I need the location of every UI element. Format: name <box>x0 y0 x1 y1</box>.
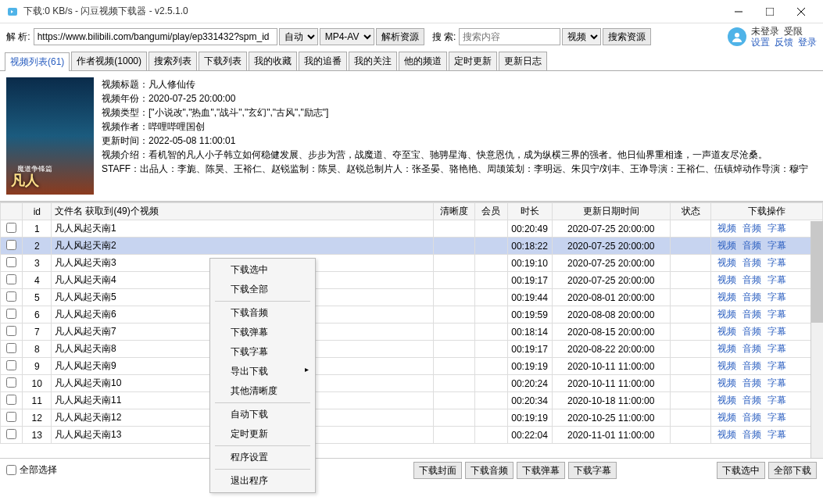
op-video-link[interactable]: 视频 <box>717 240 736 251</box>
minimize-button[interactable] <box>723 1 754 23</box>
op-subtitle-link[interactable]: 字幕 <box>768 412 786 423</box>
search-input[interactable] <box>459 28 560 45</box>
table-row[interactable]: 13凡人风起天南1300:22:042020-11-01 11:00:00视频音… <box>1 427 823 444</box>
menu-item[interactable]: 下载音频 <box>212 303 313 323</box>
download-all-button[interactable]: 全部下载 <box>768 462 817 479</box>
feedback-link[interactable]: 反馈 <box>775 37 793 48</box>
op-audio-link[interactable]: 音频 <box>742 360 761 371</box>
op-video-link[interactable]: 视频 <box>717 274 736 285</box>
menu-item[interactable]: 下载弹幕 <box>212 323 313 342</box>
tab[interactable]: 更新日志 <box>499 52 547 70</box>
row-checkbox[interactable] <box>6 257 16 267</box>
op-video-link[interactable]: 视频 <box>717 360 736 371</box>
menu-item[interactable]: 退出程序 <box>212 471 313 491</box>
download-subtitle-button[interactable]: 下载字幕 <box>568 462 617 479</box>
download-audio-button[interactable]: 下载音频 <box>465 462 513 479</box>
mode-select[interactable]: 自动 <box>279 28 318 45</box>
op-audio-link[interactable]: 音频 <box>742 309 761 320</box>
op-subtitle-link[interactable]: 字幕 <box>768 395 786 406</box>
op-subtitle-link[interactable]: 字幕 <box>768 309 786 320</box>
op-video-link[interactable]: 视频 <box>717 257 736 268</box>
tab[interactable]: 我的关注 <box>349 52 397 70</box>
row-checkbox[interactable] <box>6 309 16 319</box>
download-danmu-button[interactable]: 下载弹幕 <box>517 462 565 479</box>
menu-item[interactable]: 定时更新 <box>212 424 313 444</box>
menu-item[interactable]: 下载全部 <box>212 280 313 299</box>
row-checkbox[interactable] <box>6 326 16 336</box>
op-video-link[interactable]: 视频 <box>717 291 736 302</box>
op-subtitle-link[interactable]: 字幕 <box>768 291 786 302</box>
op-video-link[interactable]: 视频 <box>717 377 736 388</box>
op-video-link[interactable]: 视频 <box>717 309 736 320</box>
op-audio-link[interactable]: 音频 <box>742 412 761 423</box>
op-audio-link[interactable]: 音频 <box>742 343 761 354</box>
tab[interactable]: 我的追番 <box>299 52 347 70</box>
op-subtitle-link[interactable]: 字幕 <box>768 360 786 371</box>
op-video-link[interactable]: 视频 <box>717 223 736 234</box>
search-type-select[interactable]: 视频 <box>562 28 601 45</box>
user-avatar-icon[interactable] <box>728 27 746 46</box>
op-audio-link[interactable]: 音频 <box>742 223 761 234</box>
row-checkbox[interactable] <box>6 343 16 353</box>
op-audio-link[interactable]: 音频 <box>742 274 761 285</box>
op-video-link[interactable]: 视频 <box>717 412 736 423</box>
download-cover-button[interactable]: 下载封面 <box>413 462 462 479</box>
close-button[interactable] <box>785 1 817 23</box>
row-checkbox[interactable] <box>6 429 16 439</box>
download-selected-button[interactable]: 下载选中 <box>717 462 765 479</box>
menu-item[interactable]: 其他清晰度 <box>212 381 313 401</box>
menu-item[interactable]: 下载选中 <box>212 260 313 280</box>
row-checkbox[interactable] <box>6 412 16 422</box>
table-row[interactable]: 10凡人风起天南1000:20:242020-10-11 11:00:00视频音… <box>1 375 823 392</box>
tab[interactable]: 下载列表 <box>199 52 247 70</box>
format-select[interactable]: MP4-AVC <box>320 28 374 45</box>
op-subtitle-link[interactable]: 字幕 <box>768 429 786 440</box>
op-subtitle-link[interactable]: 字幕 <box>768 257 786 268</box>
op-video-link[interactable]: 视频 <box>717 326 736 337</box>
op-video-link[interactable]: 视频 <box>717 429 736 440</box>
settings-link[interactable]: 设置 <box>751 37 770 48</box>
tab[interactable]: 搜索列表 <box>148 52 197 70</box>
table-row[interactable]: 5凡人风起天南500:19:442020-08-01 20:00:00视频音频字… <box>1 289 823 306</box>
tab[interactable]: 他的频道 <box>399 52 447 70</box>
table-row[interactable]: 7凡人风起天南700:18:142020-08-15 20:00:00视频音频字… <box>1 323 823 341</box>
op-audio-link[interactable]: 音频 <box>742 291 761 302</box>
tab[interactable]: 我的收藏 <box>249 52 297 70</box>
row-checkbox[interactable] <box>6 291 16 302</box>
row-checkbox[interactable] <box>6 395 16 405</box>
table-row[interactable]: 1凡人风起天南100:20:492020-07-25 20:00:00视频音频字… <box>1 220 823 238</box>
login-link[interactable]: 登录 <box>798 37 817 48</box>
op-audio-link[interactable]: 音频 <box>742 395 761 406</box>
row-checkbox[interactable] <box>6 377 16 388</box>
select-all-checkbox[interactable] <box>6 465 16 475</box>
op-subtitle-link[interactable]: 字幕 <box>768 343 786 354</box>
menu-item[interactable]: 自动下载 <box>212 405 313 424</box>
menu-item[interactable]: 程序设置 <box>212 448 313 467</box>
op-subtitle-link[interactable]: 字幕 <box>768 274 786 285</box>
row-checkbox[interactable] <box>6 223 16 233</box>
scrollbar-vertical[interactable] <box>810 221 823 458</box>
table-row[interactable]: 3凡人风起天南300:19:102020-07-25 20:00:00视频音频字… <box>1 255 823 272</box>
tab[interactable]: 定时更新 <box>449 52 497 70</box>
parse-button[interactable]: 解析资源 <box>376 28 424 45</box>
op-subtitle-link[interactable]: 字幕 <box>768 240 786 251</box>
table-row[interactable]: 9凡人风起天南900:19:192020-10-11 11:00:00视频音频字… <box>1 358 823 375</box>
row-checkbox[interactable] <box>6 274 16 284</box>
maximize-button[interactable] <box>754 1 785 23</box>
table-row[interactable]: 8凡人风起天南800:19:172020-08-22 20:00:00视频音频字… <box>1 341 823 358</box>
op-subtitle-link[interactable]: 字幕 <box>768 377 786 388</box>
table-row[interactable]: 4凡人风起天南400:19:172020-07-25 20:00:00视频音频字… <box>1 272 823 289</box>
table-row[interactable]: 2凡人风起天南200:18:222020-07-25 20:00:00视频音频字… <box>1 238 823 255</box>
url-input[interactable] <box>34 28 277 45</box>
scrollbar-thumb[interactable] <box>811 221 823 323</box>
op-video-link[interactable]: 视频 <box>717 395 736 406</box>
op-video-link[interactable]: 视频 <box>717 343 736 354</box>
tab[interactable]: 作者视频(1000) <box>71 52 147 70</box>
row-checkbox[interactable] <box>6 240 16 250</box>
table-row[interactable]: 12凡人风起天南1200:19:192020-10-25 11:00:00视频音… <box>1 409 823 427</box>
op-audio-link[interactable]: 音频 <box>742 429 761 440</box>
table-row[interactable]: 6凡人风起天南600:19:592020-08-08 20:00:00视频音频字… <box>1 306 823 323</box>
row-checkbox[interactable] <box>6 360 16 370</box>
op-subtitle-link[interactable]: 字幕 <box>768 326 786 337</box>
search-button[interactable]: 搜索资源 <box>603 28 651 45</box>
